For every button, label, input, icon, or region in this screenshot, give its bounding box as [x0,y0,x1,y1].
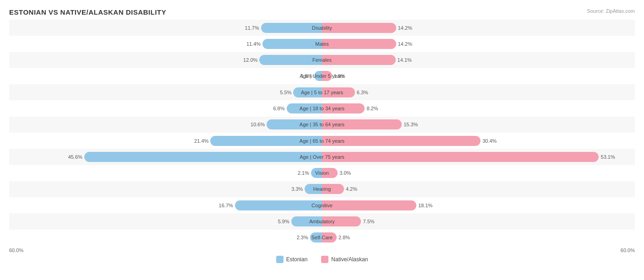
chart-row: Age | Under 5 years1.5%1.9% [9,68,635,84]
val-right: 2.8% [338,235,350,240]
bar-left [235,200,322,210]
bar-left [84,152,322,162]
val-right: 8.2% [366,106,378,111]
bars-area: Disability11.7%14.2%Males11.4%14.2%Femal… [9,20,635,246]
bar-right [322,168,338,178]
bar-left [210,136,322,146]
chart-row: Hearing3.3%4.2% [9,181,635,197]
val-right: 6.3% [357,90,368,95]
chart-row: Males11.4%14.2% [9,36,635,52]
chart-row: Vision2.1%3.0% [9,165,635,181]
chart-row: Females12.0%14.1% [9,52,635,68]
val-right: 18.1% [418,203,432,208]
chart-row: Ambulatory5.9%7.5% [9,213,635,229]
val-right: 7.5% [363,219,374,224]
val-right: 30.4% [482,138,497,144]
val-left: 6.8% [273,106,284,111]
val-left: 1.5% [301,73,312,79]
legend-estonian: Estonian [276,256,308,263]
bar-right [322,87,355,97]
bar-left [314,71,322,81]
chart-container: ESTONIAN VS NATIVE/ALASKAN DISABILITY So… [0,0,644,280]
val-right: 3.0% [339,170,351,176]
bar-left [305,184,322,194]
bar-left [291,216,322,226]
chart-row: Age | 65 to 74 years21.4%30.4% [9,133,635,149]
val-right: 1.9% [334,73,345,79]
val-left: 10.6% [251,122,265,127]
bar-left [293,87,322,97]
legend-native-label: Native/Alaskan [331,256,368,263]
bar-right [322,55,396,65]
axis-left: 60.0% [9,248,23,253]
bar-left [287,103,322,113]
val-right: 4.2% [346,186,357,192]
chart-row: Age | 5 to 17 years5.5%6.3% [9,84,635,100]
bar-right [322,71,332,81]
source-label: Source: ZipAtlas.com [587,8,635,14]
bar-right [322,216,361,226]
bar-right [322,152,599,162]
val-right: 14.2% [398,25,412,31]
val-right: 15.3% [404,122,418,127]
val-left: 5.9% [278,219,289,224]
bar-left [310,232,322,242]
bar-left [311,168,322,178]
chart-title: ESTONIAN VS NATIVE/ALASKAN DISABILITY [9,8,635,16]
bar-left [259,55,322,65]
bar-right [322,103,365,113]
axis-right: 60.0% [621,248,635,253]
bar-right [322,232,337,242]
chart-row: Age | Over 75 years45.6%53.1% [9,149,635,165]
legend: Estonian Native/Alaskan [9,256,635,263]
bar-right [322,23,396,33]
val-left: 2.3% [297,235,308,240]
axis-labels: 60.0% 60.0% [9,248,635,253]
legend-native-box [321,256,328,263]
chart-row: Disability11.7%14.2% [9,20,635,36]
chart-row: Age | 35 to 64 years10.6%15.3% [9,117,635,133]
bar-left [261,23,322,33]
bar-right [322,119,402,129]
chart-row: Self-Care2.3%2.8% [9,230,635,246]
val-left: 2.1% [298,170,309,176]
val-left: 3.3% [291,186,303,192]
bar-right [322,200,416,210]
bar-right [322,39,396,49]
val-left: 45.6% [68,154,82,160]
val-left: 11.4% [246,41,261,47]
legend-native: Native/Alaskan [321,256,368,263]
val-left: 12.0% [243,57,257,63]
bar-left [267,119,322,129]
val-right: 14.1% [398,57,412,63]
bar-left [262,39,322,49]
chart-row: Age | 18 to 34 years6.8%8.2% [9,100,635,116]
val-left: 16.7% [219,203,233,208]
chart-row: Cognitive16.7%18.1% [9,197,635,213]
legend-estonian-label: Estonian [286,256,308,263]
bar-right [322,136,480,146]
val-right: 53.1% [601,154,615,160]
val-left: 5.5% [280,90,291,95]
legend-estonian-box [276,256,284,263]
val-left: 21.4% [194,138,208,144]
bar-right [322,184,344,194]
val-right: 14.2% [398,41,412,47]
val-left: 11.7% [245,25,259,31]
